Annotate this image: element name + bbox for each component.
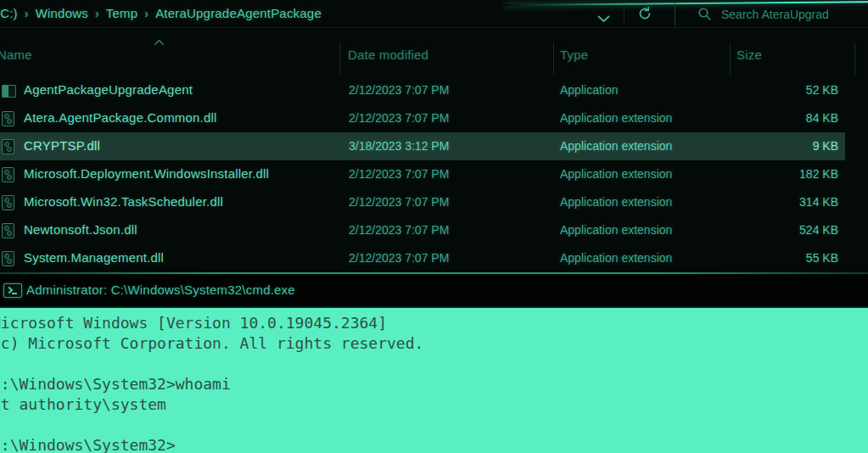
toolbar-divider: [624, 4, 624, 23]
file-icon: [2, 139, 14, 154]
file-type: Application: [560, 83, 619, 97]
file-date-modified: 2/12/2023 7:07 PM: [349, 167, 449, 181]
file-row[interactable]: Newtonsoft.Json.dll 2/12/2023 7:07 PM Ap…: [0, 216, 868, 244]
file-type: Application extension: [560, 195, 672, 209]
explorer-bottom-border: [0, 272, 868, 274]
file-name: Microsoft.Win32.TaskScheduler.dll: [24, 194, 223, 209]
file-row[interactable]: CRYPTSP.dll 3/18/2023 3:12 PM Applicatio…: [0, 132, 845, 160]
file-icon: [2, 195, 14, 210]
file-size: 314 KB: [696, 195, 838, 209]
file-name: AgentPackageUpgradeAgent: [24, 82, 193, 97]
breadcrumb-item[interactable]: Temp: [104, 6, 139, 20]
file-date-modified: 2/12/2023 7:07 PM: [349, 111, 449, 125]
sort-ascending-icon: [154, 34, 165, 49]
file-row[interactable]: AgentPackageUpgradeAgent 2/12/2023 7:07 …: [0, 76, 868, 104]
file-name: Newtonsoft.Json.dll: [24, 222, 137, 237]
file-size: 182 KB: [696, 167, 838, 181]
file-icon: [2, 111, 14, 126]
chevron-down-icon[interactable]: [597, 11, 610, 26]
column-divider: [730, 42, 731, 75]
file-size: 9 KB: [696, 139, 838, 153]
file-size: 524 KB: [696, 223, 838, 237]
file-type: Application extension: [560, 167, 672, 181]
file-type: Application extension: [560, 111, 672, 125]
file-row[interactable]: System.Management.dll 2/12/2023 7:07 PM …: [0, 244, 868, 272]
terminal-output: Microsoft Windows [Version 10.0.19045.23…: [0, 313, 868, 453]
file-row[interactable]: Microsoft.Win32.TaskScheduler.dll 2/12/2…: [0, 188, 868, 216]
column-header-type[interactable]: Type: [560, 48, 588, 62]
breadcrumb-separator: ›: [20, 7, 34, 20]
search-box: [675, 2, 868, 25]
file-name: System.Management.dll: [24, 250, 164, 265]
column-divider: [854, 42, 855, 75]
column-header-date-modified[interactable]: Date modified: [348, 48, 428, 62]
file-row[interactable]: Atera.AgentPackage.Common.dll 2/12/2023 …: [0, 104, 868, 132]
file-explorer-window: (C:)›Windows›Temp›AteraUpgradeAgentPacka…: [0, 0, 868, 275]
file-name: Microsoft.Deployment.WindowsInstaller.dl…: [24, 166, 269, 181]
cmd-icon: [3, 283, 22, 298]
file-list: AgentPackageUpgradeAgent 2/12/2023 7:07 …: [0, 76, 868, 272]
column-headers: Name Date modified Type Size: [0, 37, 868, 75]
cmd-title-bar[interactable]: Administrator: C:\Windows\System32\cmd.e…: [0, 275, 868, 306]
column-divider: [553, 42, 554, 75]
cmd-window-title: Administrator: C:\Windows\System32\cmd.e…: [26, 282, 295, 297]
file-icon: [2, 223, 14, 238]
file-date-modified: 3/18/2023 3:12 PM: [349, 139, 449, 153]
breadcrumb-separator: ›: [90, 7, 104, 20]
file-size: 55 KB: [696, 251, 838, 265]
desktop: (C:)›Windows›Temp›AteraUpgradeAgentPacka…: [0, 0, 868, 453]
refresh-icon[interactable]: [637, 6, 652, 25]
file-date-modified: 2/12/2023 7:07 PM: [349, 223, 449, 237]
file-icon: [2, 251, 14, 266]
file-icon: [2, 85, 16, 98]
search-icon: [697, 7, 712, 21]
file-type: Application extension: [560, 139, 672, 153]
file-row[interactable]: Microsoft.Deployment.WindowsInstaller.dl…: [0, 160, 868, 188]
column-divider: [339, 42, 340, 75]
column-header-name[interactable]: Name: [0, 48, 32, 62]
file-size: 84 KB: [696, 111, 838, 125]
breadcrumb-item[interactable]: (C:): [0, 6, 20, 20]
file-icon: [2, 167, 14, 182]
file-date-modified: 2/12/2023 7:07 PM: [349, 251, 449, 265]
breadcrumb-item[interactable]: AteraUpgradeAgentPackage: [154, 6, 323, 20]
file-date-modified: 2/12/2023 7:07 PM: [349, 195, 449, 209]
file-date-modified: 2/12/2023 7:07 PM: [349, 83, 449, 97]
cmd-terminal[interactable]: Microsoft Windows [Version 10.0.19045.23…: [0, 306, 868, 453]
breadcrumb[interactable]: (C:)›Windows›Temp›AteraUpgradeAgentPacka…: [0, 0, 323, 27]
file-name: Atera.AgentPackage.Common.dll: [24, 110, 217, 125]
file-type: Application extension: [560, 223, 672, 237]
breadcrumb-separator: ›: [139, 7, 154, 20]
file-type: Application extension: [560, 251, 672, 265]
column-header-size[interactable]: Size: [736, 48, 762, 62]
file-size: 52 KB: [696, 83, 838, 97]
search-input[interactable]: [720, 2, 867, 27]
address-bar: (C:)›Windows›Temp›AteraUpgradeAgentPacka…: [0, 0, 868, 28]
breadcrumb-item[interactable]: Windows: [34, 6, 90, 20]
file-name: CRYPTSP.dll: [24, 138, 100, 153]
